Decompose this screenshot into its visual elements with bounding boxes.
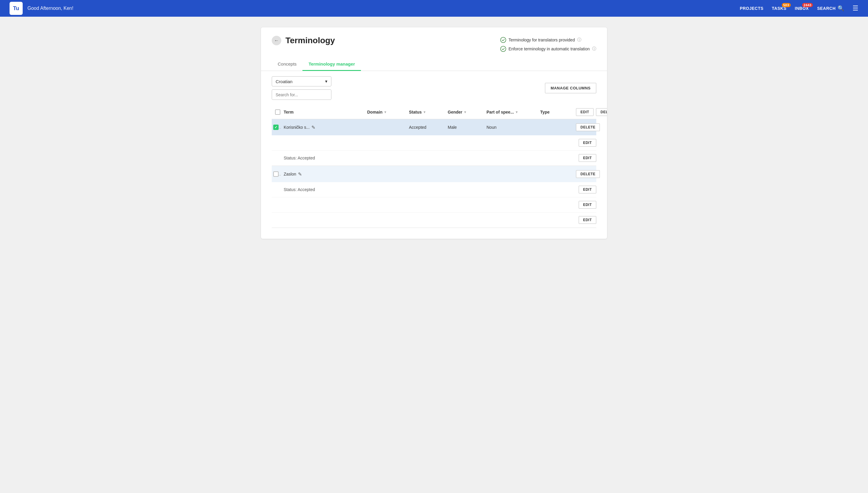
row1-sub2-edit-button[interactable]: EDIT [579,154,596,162]
header-delete-button[interactable]: DELETE [596,108,607,116]
th-term: Term [284,110,367,114]
main-container: ← Terminology Terminology for translator… [261,27,607,239]
tab-terminology-manager[interactable]: Terminology manager [303,58,361,71]
meta-item-translators: Terminology for translators provided ⓘ [500,37,596,43]
row2-delete-button[interactable]: DELETE [576,170,600,178]
row1-sub1-edit-button[interactable]: EDIT [579,139,596,147]
tabs-row: Concepts Terminology manager [261,58,607,71]
row2-sub2-edit-button[interactable]: EDIT [579,201,596,209]
row1-checkbox[interactable] [273,125,278,130]
th-checkbox [272,109,284,115]
row1-actions: DELETE [576,123,600,131]
nav-projects[interactable]: PROJECTS [740,6,763,11]
greeting-text: Good Afternoon, Ken! [27,6,740,11]
row1-checkbox-cell: .. [272,125,284,130]
hamburger-menu-icon[interactable]: ☰ [852,4,859,12]
row2-checkbox-cell: .. [272,171,284,177]
svg-point-1 [500,46,506,51]
table-row: .. Zaslon ✎ DELETE Status: Accepted EDIT [272,166,596,228]
row2-sub1-status: Status: Accepted [284,187,315,192]
toolbar-left: Croatian ▾ 🔍 [272,76,331,100]
row-main-1: .. Korisničko s... ✎ Accepted Male Noun … [272,119,596,135]
tab-concepts[interactable]: Concepts [272,58,303,71]
meta-translators-label: Terminology for translators provided [509,38,575,42]
check-icon-enforce [500,46,506,52]
th-status: Status ▼ [409,110,448,114]
th-actions: EDIT DELETE [576,108,607,116]
row1-status: Accepted [409,125,448,130]
header-edit-button[interactable]: EDIT [576,108,594,116]
svg-point-0 [500,37,506,43]
nav-links: PROJECTS TASKS 503 INBOX 2443 SEARCH 🔍 ☰ [740,4,859,12]
select-all-checkbox[interactable] [275,109,281,115]
page-meta: Terminology for translators provided ⓘ E… [500,36,596,52]
th-part-of-speech: Part of spee... ▼ [487,110,540,114]
row2-checkbox[interactable] [273,171,278,177]
inbox-badge: 2443 [802,3,813,7]
toolbar: Croatian ▾ 🔍 MANAGE COLUMNS [261,71,607,100]
th-domain: Domain ▼ [367,110,409,114]
table-row: .. Korisničko s... ✎ Accepted Male Noun … [272,119,596,166]
row1-pos: Noun [487,125,540,130]
row2-term: Zaslon [284,172,296,176]
filter-icon-pos[interactable]: ▼ [515,110,518,114]
search-input[interactable] [272,90,331,99]
search-row: 🔍 [272,89,331,100]
table-container: Term Domain ▼ Status ▼ Gender ▼ Part of … [261,105,607,239]
language-dropdown[interactable]: Croatian ▾ [272,76,331,86]
help-icon-enforce: ⓘ [592,46,596,51]
filter-icon-domain[interactable]: ▼ [384,110,387,114]
navbar: Tu Good Afternoon, Ken! PROJECTS TASKS 5… [0,0,868,17]
row2-inline-edit-icon[interactable]: ✎ [298,171,302,177]
row2-sub3-edit-button[interactable]: EDIT [579,216,596,224]
nav-search[interactable]: SEARCH 🔍 [817,5,844,12]
row2-sub-row-1: Status: Accepted EDIT [272,182,596,197]
row1-term-cell: Korisničko s... ✎ [284,125,367,130]
search-icon: 🔍 [838,5,844,12]
row1-term: Korisničko s... [284,125,310,130]
th-gender: Gender ▼ [448,110,487,114]
manage-columns-button[interactable]: MANAGE COLUMNS [545,83,596,93]
meta-enforce-label: Enforce terminology in automatic transla… [509,46,590,51]
chevron-down-icon: ▾ [325,79,328,84]
meta-item-enforce: Enforce terminology in automatic transla… [500,46,596,52]
row1-gender: Male [448,125,487,130]
row2-term-cell: Zaslon ✎ [284,171,367,177]
table-header: Term Domain ▼ Status ▼ Gender ▼ Part of … [272,105,596,119]
row2-sub1-edit-button[interactable]: EDIT [579,186,596,193]
app-logo: Tu [9,2,23,15]
check-icon-translators [500,37,506,43]
back-button[interactable]: ← [272,36,281,45]
row1-inline-edit-icon[interactable]: ✎ [311,125,315,130]
th-type: Type [540,110,576,114]
page-title: Terminology [286,36,335,45]
row1-sub2-status: Status: Accepted [284,156,315,160]
row1-sub-row-1: EDIT [272,135,596,151]
filter-icon-status[interactable]: ▼ [423,110,426,114]
row1-delete-button[interactable]: DELETE [576,123,600,131]
page-header: ← Terminology Terminology for translator… [261,27,607,52]
row2-actions: DELETE [576,170,600,178]
filter-icon-gender[interactable]: ▼ [463,110,467,114]
page-title-row: ← Terminology [272,36,335,45]
row1-sub-row-2: Status: Accepted EDIT [272,151,596,166]
nav-inbox[interactable]: INBOX 2443 [795,6,809,11]
language-dropdown-value: Croatian [276,79,293,84]
tasks-badge: 503 [782,3,791,7]
nav-tasks[interactable]: TASKS 503 [772,6,787,11]
row2-sub-row-2: EDIT [272,197,596,213]
row-main-2: .. Zaslon ✎ DELETE [272,166,596,182]
help-icon-translators: ⓘ [577,37,581,43]
row2-sub-row-3: EDIT [272,213,596,228]
